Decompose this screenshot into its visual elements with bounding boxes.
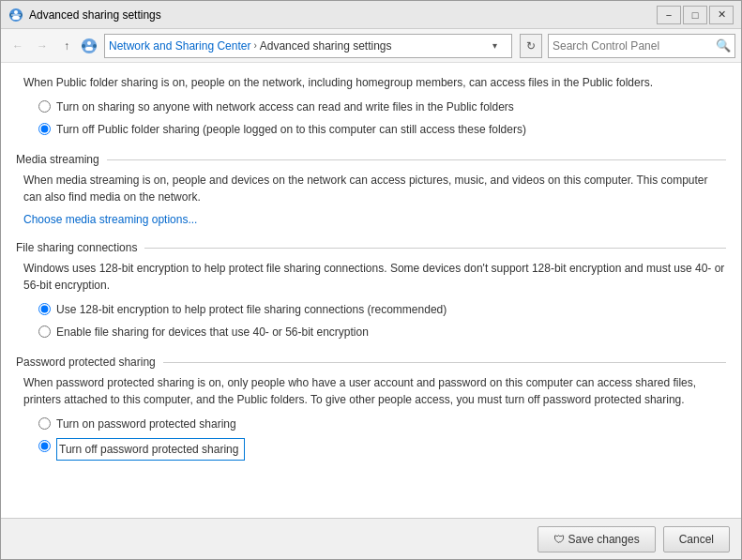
svg-rect-2 [12,16,20,20]
cancel-button[interactable]: Cancel [663,526,730,552]
section-media-streaming: Media streaming When media streaming is … [16,153,726,226]
file-sharing-header: File sharing connections [16,241,726,254]
save-button[interactable]: 🛡 Save changes [538,526,656,552]
radio-public-off[interactable] [38,123,51,135]
radio-item-128bit: Use 128-bit encryption to help protect f… [38,301,726,318]
search-icon[interactable]: 🔍 [716,38,731,53]
search-bar: 🔍 [548,34,735,58]
radio-pw-off[interactable] [38,440,51,452]
window-title: Advanced sharing settings [29,8,657,22]
radio-item-pw-on: Turn on password protected sharing [38,416,726,432]
password-sharing-line [163,362,726,363]
section-file-sharing: File sharing connections Windows uses 12… [16,241,726,341]
window: Advanced sharing settings − □ ✕ ← → ↑ Ne… [0,0,742,560]
breadcrumb-separator: › [253,40,256,51]
media-streaming-title: Media streaming [16,153,99,166]
address-dropdown-icon[interactable]: ▾ [492,40,507,51]
radio-pw-on[interactable] [38,417,51,430]
radio-128bit-label: Use 128-bit encryption to help protect f… [56,301,447,318]
window-controls: − □ ✕ [657,6,734,24]
footer: 🛡 Save changes Cancel [1,518,741,559]
nav-network-icon [80,37,98,55]
section-public-folder: When Public folder sharing is on, people… [16,74,726,138]
public-folder-options: Turn on sharing so anyone with network a… [38,98,726,138]
breadcrumb-network[interactable]: Network and Sharing Center [109,39,250,53]
title-bar: Advanced sharing settings − □ ✕ [1,1,741,29]
radio-item-public-on: Turn on sharing so anyone with network a… [38,98,726,115]
address-bar[interactable]: Network and Sharing Center › Advanced sh… [104,34,512,58]
file-sharing-options: Use 128-bit encryption to help protect f… [38,301,726,341]
svg-point-10 [93,44,97,48]
search-input[interactable] [553,39,716,53]
section-password-sharing: Password protected sharing When password… [16,356,726,461]
shield-icon: 🛡 [553,533,565,546]
media-streaming-desc: When media streaming is on, people and d… [23,172,726,205]
file-sharing-title: File sharing connections [16,241,137,254]
maximize-button[interactable]: □ [683,6,707,24]
radio-item-pw-off: Turn off password protected sharing [38,438,726,461]
radio-pw-on-label: Turn on password protected sharing [56,416,236,432]
refresh-button[interactable]: ↻ [520,34,542,58]
radio-128bit[interactable] [38,303,51,315]
media-streaming-line [107,159,726,160]
minimize-button[interactable]: − [657,6,681,24]
forward-button[interactable]: → [31,35,53,57]
radio-public-off-label: Turn off Public folder sharing (people l… [56,121,526,138]
radio-40bit-label: Enable file sharing for devices that use… [56,324,369,341]
file-sharing-desc: Windows uses 128-bit encryption to help … [23,260,726,294]
up-button[interactable]: ↑ [55,35,78,57]
media-streaming-link[interactable]: Choose media streaming options... [23,213,726,226]
content-area: When Public folder sharing is on, people… [1,63,741,518]
svg-point-9 [82,44,85,48]
radio-40bit[interactable] [38,325,51,338]
breadcrumb-current: Advanced sharing settings [260,39,392,53]
password-sharing-header: Password protected sharing [16,356,726,369]
public-folder-desc: When Public folder sharing is on, people… [23,74,726,91]
file-sharing-line [144,248,726,249]
window-icon [8,8,23,23]
svg-rect-8 [85,47,93,51]
breadcrumb: Network and Sharing Center › Advanced sh… [109,39,492,53]
main-content: When Public folder sharing is on, people… [1,63,741,518]
password-sharing-title: Password protected sharing [16,356,156,369]
nav-bar: ← → ↑ Network and Sharing Center › Advan… [1,29,741,63]
back-button[interactable]: ← [7,35,29,57]
radio-public-on[interactable] [38,100,51,113]
spacer [16,476,726,494]
save-label: Save changes [568,533,640,546]
close-button[interactable]: ✕ [709,6,734,24]
radio-item-40bit: Enable file sharing for devices that use… [38,324,726,341]
password-sharing-options: Turn on password protected sharing Turn … [38,416,726,461]
refresh-icon: ↻ [526,39,536,53]
media-streaming-header: Media streaming [16,153,726,166]
svg-point-7 [87,41,91,45]
radio-pw-off-label: Turn off password protected sharing [56,438,245,461]
svg-point-1 [14,10,18,14]
radio-public-on-label: Turn on sharing so anyone with network a… [56,98,514,115]
password-sharing-desc: When password protected sharing is on, o… [23,374,726,408]
radio-item-public-off: Turn off Public folder sharing (people l… [38,121,726,138]
